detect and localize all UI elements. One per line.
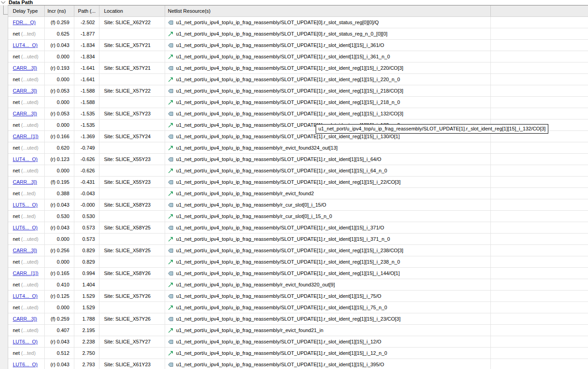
table-row[interactable]: LUT5... O)(r) 0.043-0.000Site: SLICE_X58… — [8, 199, 588, 211]
table-row[interactable]: CARR...3])(r) 0.2560.829Site: SLICE_X58Y… — [8, 245, 588, 256]
netlist-resource-cell[interactable]: u1_net_port/u_ipv4_top/u_ip_frag_reassem… — [165, 165, 491, 176]
table-row[interactable]: LUT4... O)(r) 0.043-1.834Site: SLICE_X57… — [8, 40, 588, 51]
table-row[interactable]: net (...uted)0.000-1.641 u1_net_port/u_i… — [8, 74, 588, 85]
table-row[interactable]: LUT4... O)(r) 0.123-0.626Site: SLICE_X55… — [8, 154, 588, 165]
netlist-resource-cell[interactable]: u1_net_port/u_ipv4_top/u_ip_frag_reassem… — [165, 245, 491, 256]
netlist-resource-cell[interactable]: u1_net_port/u_ipv4_top/u_ip_frag_reassem… — [165, 222, 491, 233]
netlist-resource-cell[interactable]: u1_net_port/u_ipv4_top/u_ip_frag_reassem… — [165, 154, 491, 165]
column-header-delay-type[interactable]: Delay Type — [8, 5, 45, 16]
netlist-resource-cell[interactable]: u1_net_port/u_ipv4_top/u_ip_frag_reassem… — [165, 256, 491, 267]
netlist-resource-cell[interactable]: u1_net_port/u_ipv4_top/u_ip_frag_reassem… — [165, 40, 491, 51]
net-label: net — [13, 54, 20, 59]
column-header-path[interactable]: Path (... — [74, 5, 99, 16]
table-row[interactable]: CARR...3])(f) 0.2591.788Site: SLICE_X57Y… — [8, 313, 588, 325]
table-row[interactable]: LUT6... O)(r) 0.0432.793Site: SLICE_X61Y… — [8, 359, 588, 369]
netlist-resource-cell[interactable]: u1_net_port/u_ipv4_top/u_ip_frag_reassem… — [165, 108, 491, 119]
net-icon — [168, 146, 173, 151]
table-row[interactable]: net (...ted)0.5300.530 u1_net_port/u_ipv… — [8, 211, 588, 222]
table-row[interactable]: net (...uted)0.0000.829 u1_net_port/u_ip… — [8, 256, 588, 268]
table-row[interactable]: LUT6... O)(r) 0.0430.573Site: SLICE_X58Y… — [8, 222, 588, 234]
table-row[interactable]: net (...ted)0.388-0.043 u1_net_port/u_ip… — [8, 188, 588, 199]
netlist-resource-cell[interactable]: u1_net_port/u_ipv4_top/u_ip_frag_reassem… — [165, 62, 491, 73]
net-label: net — [13, 350, 20, 356]
delay-type-link[interactable]: LUT4... O) — [13, 42, 37, 48]
table-row[interactable]: net (...uted)0.000-1.834 u1_net_port/u_i… — [8, 51, 588, 62]
table-row[interactable]: CARR...3])(r) 0.053-1.535Site: SLICE_X57… — [8, 108, 588, 120]
netlist-resource-cell[interactable]: u1_net_port/u_ipv4_top/u_ip_frag_reassem… — [165, 302, 491, 313]
table-row[interactable]: net (...uted)0.0001.529 u1_net_port/u_ip… — [8, 302, 588, 313]
netlist-resource-cell[interactable]: u1_net_port/u_ipv4_top/u_ip_frag_reassem… — [165, 279, 491, 290]
netlist-resource-cell[interactable]: u1_net_port/u_ipv4_top/u_ip_frag_reassem… — [165, 313, 491, 324]
column-header-netlist-resources[interactable]: Netlist Resource(s) — [165, 5, 491, 16]
table-row[interactable]: net (...uted)0.000-1.588 u1_net_port/u_i… — [8, 97, 588, 108]
netlist-resource-cell[interactable]: u1_net_port/u_ipv4_top/u_ip_frag_reassem… — [165, 336, 491, 347]
delay-type-link[interactable]: FDR... Q) — [13, 20, 36, 25]
delay-type-link[interactable]: CARR...3]) — [13, 316, 37, 322]
netlist-resource-cell[interactable]: u1_net_port/u_ipv4_top/u_ip_frag_reassem… — [165, 28, 491, 39]
netlist-resource-cell[interactable]: u1_net_port/u_ipv4_top/u_ip_frag_reassem… — [165, 51, 491, 62]
delay-type-link[interactable]: CARR...3]) — [13, 248, 37, 253]
path-cell: 2.750 — [74, 348, 99, 359]
netlist-resource-cell[interactable]: u1_net_port/u_ipv4_top/u_ip_frag_reassem… — [165, 97, 491, 108]
delay-type-link[interactable]: LUT6... O) — [13, 362, 37, 367]
net-icon — [168, 282, 173, 287]
table-row[interactable]: CARR...[1])(r) 0.1650.994Site: SLICE_X58… — [8, 268, 588, 279]
path-cell: -0.431 — [74, 177, 99, 187]
delay-type-link[interactable]: LUT6... O) — [13, 339, 37, 344]
location-cell: Site: SLICE_X57Y26 — [99, 313, 165, 324]
table-row[interactable]: LUT6... O)(r) 0.0432.238Site: SLICE_X57Y… — [8, 336, 588, 348]
delay-type-cell: net (...uted) — [8, 279, 45, 290]
table-row[interactable]: net (...uted)0.4072.195 u1_net_port/u_ip… — [8, 325, 588, 336]
delay-type-link[interactable]: CARR...[1]) — [13, 134, 38, 139]
cell-icon — [168, 111, 173, 116]
netlist-resource-cell[interactable]: u1_net_port/u_ipv4_top/u_ip_frag_reassem… — [165, 17, 491, 28]
location-cell: Site: SLICE_X62Y22 — [99, 17, 165, 28]
table-row[interactable]: CARR...3])(r) 0.193-1.641Site: SLICE_X57… — [8, 62, 588, 74]
netlist-resource-cell[interactable]: u1_net_port/u_ipv4_top/u_ip_frag_reassem… — [165, 199, 491, 210]
path-cell: -1.588 — [74, 97, 99, 108]
netlist-resource-cell[interactable]: u1_net_port/u_ipv4_top/u_ip_frag_reassem… — [165, 211, 491, 222]
netlist-resource-cell[interactable]: u1_net_port/u_ipv4_top/u_ip_frag_reassem… — [165, 268, 491, 279]
netlist-resource-cell[interactable]: u1_net_port/u_ipv4_top/u_ip_frag_reassem… — [165, 188, 491, 199]
table-row[interactable]: FDR... Q)(f) 0.259-2.502Site: SLICE_X62Y… — [8, 17, 588, 28]
column-header-incr-ns[interactable]: Incr (ns) — [45, 5, 74, 16]
table-row[interactable]: CARR...3])(f) 0.195-0.431Site: SLICE_X55… — [8, 177, 588, 188]
netlist-resource-text: u1_net_port/u_ipv4_top/u_ip_frag_reassem… — [176, 293, 381, 299]
netlist-resource-cell[interactable]: u1_net_port/u_ipv4_top/u_ip_frag_reassem… — [165, 177, 491, 187]
delay-type-link[interactable]: LUT4... O) — [13, 293, 37, 299]
delay-type-link[interactable]: CARR...3]) — [13, 88, 37, 94]
delay-type-link[interactable]: LUT5... O) — [13, 202, 37, 208]
net-label: net — [13, 259, 20, 265]
delay-type-cell: net (...uted) — [8, 165, 45, 176]
table-row[interactable]: CARR...3])(r) 0.053-1.588Site: SLICE_X57… — [8, 85, 588, 97]
delay-type-link[interactable]: CARR...3]) — [13, 65, 37, 71]
netlist-resource-cell[interactable]: u1_net_port/u_ipv4_top/u_ip_frag_reassem… — [165, 85, 491, 96]
delay-type-link[interactable]: CARR...[1]) — [13, 270, 38, 276]
netlist-resource-text: u1_net_port/u_ipv4_top/u_ip_frag_reassem… — [176, 111, 403, 116]
delay-type-cell: net (...uted) — [8, 142, 45, 153]
column-header-location[interactable]: Location — [99, 5, 165, 16]
location-cell — [99, 188, 165, 199]
netlist-resource-cell[interactable]: u1_net_port/u_ipv4_top/u_ip_frag_reassem… — [165, 325, 491, 336]
table-row[interactable]: LUT4... O)(r) 0.1251.529Site: SLICE_X57Y… — [8, 291, 588, 302]
delay-type-link[interactable]: LUT4... O) — [13, 156, 37, 162]
collapse-chevron-icon[interactable] — [0, 0, 6, 5]
delay-type-link[interactable]: CARR...3]) — [13, 179, 37, 185]
table-row[interactable]: net (...uted)0.000-0.626 u1_net_port/u_i… — [8, 165, 588, 177]
delay-type-link[interactable]: LUT6... O) — [13, 225, 37, 230]
netlist-resource-cell[interactable]: u1_net_port/u_ipv4_top/u_ip_frag_reassem… — [165, 234, 491, 244]
netlist-resource-cell[interactable]: u1_net_port/u_ipv4_top/u_ip_frag_reassem… — [165, 291, 491, 301]
table-row[interactable]: net (...uted)0.0000.573 u1_net_port/u_ip… — [8, 234, 588, 245]
table-row[interactable]: net (...uted)0.4101.404 u1_net_port/u_ip… — [8, 279, 588, 291]
netlist-resource-cell[interactable]: u1_net_port/u_ipv4_top/u_ip_frag_reassem… — [165, 142, 491, 153]
table-row[interactable]: net (...ted)0.625-1.877 u1_net_port/u_ip… — [8, 28, 588, 40]
netlist-resource-cell[interactable]: u1_net_port/u_ipv4_top/u_ip_frag_reassem… — [165, 348, 491, 359]
delay-type-link[interactable]: CARR...3]) — [13, 111, 37, 116]
netlist-resource-cell[interactable]: u1_net_port/u_ipv4_top/u_ip_frag_reassem… — [165, 359, 491, 369]
netlist-resource-cell[interactable]: u1_net_port/u_ipv4_top/u_ip_frag_reassem… — [165, 74, 491, 85]
table-row[interactable]: net (...uted)0.620-0.749 u1_net_port/u_i… — [8, 142, 588, 154]
net-label-suffix: (...uted) — [20, 305, 38, 310]
delay-type-cell: CARR...[1]) — [8, 268, 45, 279]
table-row[interactable]: net (...ted)0.5122.750 u1_net_port/u_ipv… — [8, 348, 588, 359]
incr-cell: (r) 0.123 — [45, 154, 74, 165]
